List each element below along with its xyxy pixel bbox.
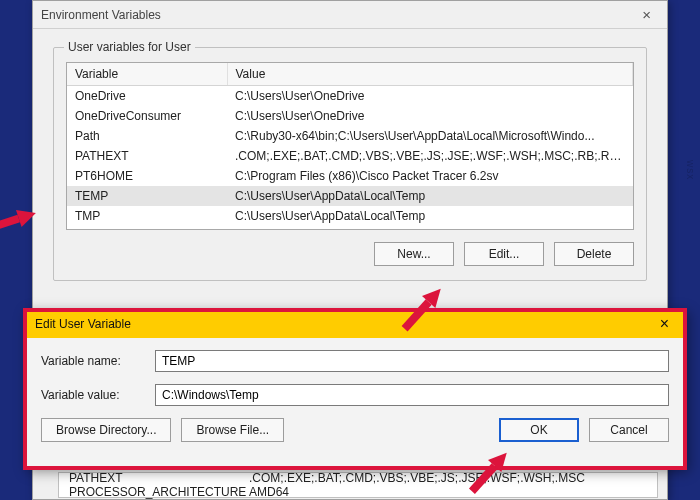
system-vars-peek: PATHEXT .COM;.EXE;.BAT;.CMD;.VBS;.VBE;.J… (58, 472, 658, 498)
column-header-value[interactable]: Value (227, 63, 633, 86)
watermark: wsx (685, 160, 696, 180)
close-icon[interactable]: × (654, 315, 675, 333)
groupbox-legend: User variables for User (64, 40, 195, 54)
browse-directory-button[interactable]: Browse Directory... (41, 418, 171, 442)
cancel-button[interactable]: Cancel (589, 418, 669, 442)
cell-value: C:\Program Files (x86)\Cisco Packet Trac… (227, 166, 633, 186)
edit-user-variable-dialog: Edit User Variable × Variable name: Vari… (24, 309, 686, 469)
edit-title: Edit User Variable (35, 317, 131, 331)
table-row[interactable]: OneDriveC:\Users\User\OneDrive (67, 86, 633, 107)
close-icon[interactable]: × (634, 4, 659, 25)
env-title: Environment Variables (41, 8, 161, 22)
table-row[interactable]: PATHEXT.COM;.EXE;.BAT;.CMD;.VBS;.VBE;.JS… (67, 146, 633, 166)
browse-file-button[interactable]: Browse File... (181, 418, 284, 442)
user-vars-button-row: New... Edit... Delete (66, 242, 634, 266)
cell-variable: Path (67, 126, 227, 146)
sys-var-name: PROCESSOR_ARCHITECTURE (69, 485, 249, 499)
sys-var-name: PATHEXT (69, 471, 249, 485)
cell-variable: OneDriveConsumer (67, 106, 227, 126)
cell-variable: PATHEXT (67, 146, 227, 166)
env-titlebar: Environment Variables × (33, 1, 667, 29)
variable-name-input[interactable] (155, 350, 669, 372)
cell-value: C:\Users\User\OneDrive (227, 86, 633, 107)
edit-titlebar: Edit User Variable × (25, 310, 685, 338)
table-row[interactable]: OneDriveConsumerC:\Users\User\OneDrive (67, 106, 633, 126)
cell-value: C:\Users\User\AppData\Local\Temp (227, 206, 633, 226)
cell-variable: PT6HOME (67, 166, 227, 186)
user-variables-grid[interactable]: Variable Value OneDriveC:\Users\User\One… (66, 62, 634, 230)
cell-value: C:\Ruby30-x64\bin;C:\Users\User\AppData\… (227, 126, 633, 146)
variable-value-label: Variable value: (41, 388, 139, 402)
sys-var-value: .COM;.EXE;.BAT;.CMD;.VBS;.VBE;.JS;.JSE;.… (249, 471, 585, 485)
sys-var-value: AMD64 (249, 485, 289, 499)
column-header-variable[interactable]: Variable (67, 63, 227, 86)
table-row[interactable]: PT6HOMEC:\Program Files (x86)\Cisco Pack… (67, 166, 633, 186)
cell-variable: TMP (67, 206, 227, 226)
table-row[interactable]: TMPC:\Users\User\AppData\Local\Temp (67, 206, 633, 226)
table-row[interactable]: TEMPC:\Users\User\AppData\Local\Temp (67, 186, 633, 206)
cell-variable: TEMP (67, 186, 227, 206)
cell-variable: OneDrive (67, 86, 227, 107)
cell-value: .COM;.EXE;.BAT;.CMD;.VBS;.VBE;.JS;.JSE;.… (227, 146, 633, 166)
ok-button[interactable]: OK (499, 418, 579, 442)
edit-button[interactable]: Edit... (464, 242, 544, 266)
new-button[interactable]: New... (374, 242, 454, 266)
table-row[interactable]: PathC:\Ruby30-x64\bin;C:\Users\User\AppD… (67, 126, 633, 146)
cell-value: C:\Users\User\AppData\Local\Temp (227, 186, 633, 206)
variable-name-label: Variable name: (41, 354, 139, 368)
variable-value-input[interactable] (155, 384, 669, 406)
user-variables-groupbox: User variables for User Variable Value O… (53, 47, 647, 281)
delete-button[interactable]: Delete (554, 242, 634, 266)
cell-value: C:\Users\User\OneDrive (227, 106, 633, 126)
